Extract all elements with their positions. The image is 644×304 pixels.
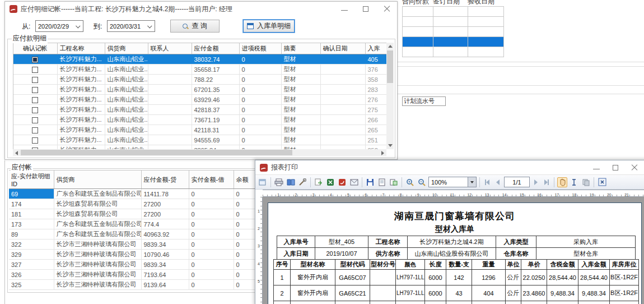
table-cell[interactable]: 0 <box>239 125 281 135</box>
table-cell[interactable] <box>403 27 433 37</box>
table-cell[interactable]: 0 <box>189 280 234 290</box>
table-cell[interactable]: 长沙万科魅力... <box>57 105 105 115</box>
table-cell[interactable] <box>13 125 57 135</box>
table-cell[interactable]: 42118.31 <box>192 125 239 135</box>
table-row[interactable]: 174长沙坦森贸易有限公司2720000 <box>9 199 270 209</box>
table-cell[interactable] <box>13 54 57 65</box>
table-cell[interactable] <box>433 7 468 17</box>
table-cell[interactable]: 69 <box>9 189 54 199</box>
table-cell[interactable]: 358 <box>365 75 386 85</box>
table-cell[interactable]: 0 <box>239 75 281 85</box>
table-cell[interactable]: 40963.92 <box>141 229 189 239</box>
table-cell[interactable]: 376 <box>365 65 386 75</box>
table-cell[interactable]: 山东南山铝业... <box>105 145 148 150</box>
table-row[interactable]: 长沙万科魅力...山东南山铝业...35658.170型材376 <box>13 65 386 75</box>
table-cell[interactable]: 型材 <box>281 54 320 65</box>
table-cell[interactable] <box>13 105 57 115</box>
table-cell[interactable]: 0 <box>239 95 281 105</box>
table-cell[interactable] <box>320 85 365 95</box>
table-cell[interactable]: 0 <box>189 250 234 260</box>
table-cell[interactable]: 长沙市三湘特种玻璃有限公司 <box>54 270 141 280</box>
table-row[interactable]: 长沙万科魅力...山东南山铝业...63929.460型材276 <box>13 95 386 105</box>
table-cell[interactable] <box>468 47 504 57</box>
table-cell[interactable]: 0 <box>239 54 281 65</box>
table-cell[interactable] <box>433 37 468 47</box>
table-cell[interactable]: 广东合和建筑五金制品有限公司 <box>54 219 141 229</box>
table-cell[interactable]: 251 <box>365 135 386 145</box>
table-cell[interactable]: 0 <box>189 219 234 229</box>
table-cell[interactable]: 0 <box>239 85 281 95</box>
table-cell[interactable] <box>148 135 192 145</box>
table-cell[interactable]: 长沙坦森贸易有限公司 <box>54 199 141 209</box>
table-cell[interactable]: 长沙万科魅力... <box>57 65 105 75</box>
table-cell[interactable]: 长沙万科魅力... <box>57 135 105 145</box>
table-cell[interactable]: 38032.74 <box>192 54 239 65</box>
table-cell[interactable]: 0 <box>189 229 234 239</box>
table-cell[interactable]: 0 <box>239 65 281 75</box>
table-cell[interactable]: 型材 <box>281 65 320 75</box>
table-cell[interactable] <box>433 47 468 57</box>
table-cell[interactable] <box>13 115 57 125</box>
table-cell[interactable]: 322 <box>9 239 54 250</box>
table-cell[interactable]: 276 <box>365 95 386 105</box>
column-header[interactable]: 应-实付款明细ID <box>9 171 54 189</box>
zoom-level-select[interactable]: 100% <box>428 177 477 187</box>
table-cell[interactable] <box>13 75 57 85</box>
column-header[interactable]: 入库 <box>365 43 386 54</box>
titlebar[interactable]: 应付明细记帐------当前工程: 长沙万科魅力之城4.2期------当前用户… <box>5 2 397 16</box>
table-cell[interactable]: 42818.37 <box>192 105 239 115</box>
window-menu-icon[interactable] <box>258 177 268 187</box>
table-cell[interactable]: 35658.17 <box>192 65 239 75</box>
table-cell[interactable]: 山东南山铝业... <box>105 85 148 95</box>
table-cell[interactable] <box>13 65 57 75</box>
table-cell[interactable] <box>148 95 192 105</box>
table-cell[interactable]: 山东南山铝业... <box>105 135 148 145</box>
zoom-out-icon[interactable] <box>417 177 427 187</box>
table-cell[interactable] <box>148 125 192 135</box>
page-setup-icon[interactable] <box>377 177 387 187</box>
page-number-field[interactable]: 1/1 <box>504 177 530 187</box>
print-icon[interactable] <box>274 177 284 187</box>
save-icon[interactable] <box>365 177 375 187</box>
table-cell[interactable]: 长沙市三湘特种玻璃有限公司 <box>54 260 141 270</box>
row-checkbox[interactable] <box>32 57 38 63</box>
table-cell[interactable]: 广东合和建筑五金制品有限公司 <box>54 229 141 239</box>
column-header[interactable]: 确认记帐 <box>13 43 57 54</box>
table-cell[interactable] <box>148 145 192 150</box>
table-cell[interactable]: 173 <box>9 219 54 229</box>
close-button[interactable] <box>384 6 390 12</box>
column-header[interactable]: 应付金额-贷 <box>141 171 189 189</box>
row-checkbox[interactable] <box>32 67 38 73</box>
table-cell[interactable] <box>320 125 365 135</box>
plan-serial-field[interactable]: 计划流水号 <box>402 96 446 106</box>
table-cell[interactable] <box>403 47 433 57</box>
table-cell[interactable]: 0 <box>189 209 234 219</box>
table-cell[interactable] <box>468 37 504 47</box>
table-cell[interactable]: 27200 <box>141 199 189 209</box>
text-select-icon[interactable] <box>569 177 579 187</box>
table-row[interactable]: 326长沙市三湘特种玻璃有限公司7193.6400 <box>9 270 270 280</box>
table-cell[interactable] <box>148 54 192 65</box>
maximize-button[interactable] <box>362 6 369 12</box>
table-row[interactable]: 长沙万科魅力...山东南山铝业...67201.350型材283 <box>13 85 386 95</box>
table-cell[interactable]: 174 <box>9 199 54 209</box>
previous-page-button[interactable] <box>493 177 502 187</box>
table-row[interactable]: 173广东合和建筑五金制品有限公司774.400 <box>9 219 270 229</box>
pdf-export-icon[interactable] <box>337 177 347 187</box>
table-cell[interactable]: 长沙市三湘特种玻璃有限公司 <box>54 239 141 250</box>
table-cell[interactable]: 型材 <box>281 75 320 85</box>
table-cell[interactable] <box>468 27 504 37</box>
table-cell[interactable]: 长沙万科魅力... <box>57 145 105 150</box>
table-cell[interactable]: 283 <box>365 85 386 95</box>
table-cell[interactable] <box>468 7 504 17</box>
table-row[interactable]: 长沙万科魅力...山东南山铝业...42118.310型材265 <box>13 125 386 135</box>
table-cell[interactable]: 405 <box>365 54 386 65</box>
table-cell[interactable]: 326 <box>9 270 54 280</box>
column-header[interactable]: 实付金额-借 <box>189 171 234 189</box>
table-cell[interactable]: 265 <box>365 125 386 135</box>
export-icon[interactable] <box>314 177 324 187</box>
table-cell[interactable]: 型材 <box>281 125 320 135</box>
table-row[interactable]: 长沙万科魅力...山东南山铝业...3895.840型材252 <box>13 145 386 150</box>
table-cell[interactable]: 7193.64 <box>141 270 189 280</box>
table-cell[interactable] <box>433 17 468 27</box>
